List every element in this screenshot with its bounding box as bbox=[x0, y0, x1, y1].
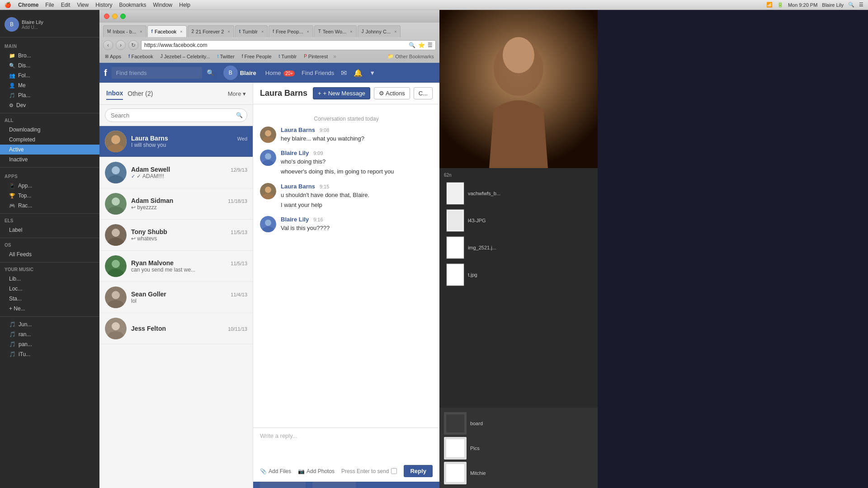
bubble-name-laura[interactable]: Laura Barns bbox=[281, 127, 315, 133]
inbox-tab[interactable]: Inbox bbox=[106, 87, 123, 100]
sidebar-browse[interactable]: 📁Bro... bbox=[0, 51, 99, 61]
window-minimize[interactable] bbox=[112, 14, 118, 19]
menu-window[interactable]: Window bbox=[153, 2, 173, 8]
tab-teenwolf[interactable]: T Teen Wo... × bbox=[314, 25, 357, 37]
tab-gmail[interactable]: M Inbox - b... × bbox=[103, 25, 146, 37]
tab-facebook[interactable]: f Facebook × bbox=[147, 25, 187, 37]
forward-button[interactable]: › bbox=[116, 40, 126, 50]
bookmark-freepeople[interactable]: f Free People bbox=[240, 53, 274, 60]
menu-icon[interactable]: ☰ bbox=[428, 42, 433, 48]
sidebar-playlists[interactable]: 🎵Pla... bbox=[0, 90, 99, 100]
bookmark-twitter[interactable]: t Twitter bbox=[216, 53, 236, 60]
other-bookmarks[interactable]: 📁 Other Bookmarks bbox=[386, 53, 436, 60]
file-item-4[interactable]: t.jpg bbox=[444, 261, 593, 288]
sidebar-completed[interactable]: Completed bbox=[0, 135, 99, 145]
menu-file[interactable]: File bbox=[45, 2, 54, 8]
sidebar-all-feeds[interactable]: All Feeds bbox=[0, 249, 99, 259]
msg-item-tony[interactable]: Tony Shubb 11/5/13 ↩ whatevs bbox=[99, 220, 253, 251]
file-item-3[interactable]: img_2521.j... bbox=[444, 234, 593, 261]
apple-menu[interactable]: 🍎 bbox=[5, 2, 11, 8]
tab-forever21[interactable]: 2 21 Forever 2 × bbox=[188, 25, 234, 37]
sidebar-app1[interactable]: 📱App... bbox=[0, 181, 99, 191]
add-account-label[interactable]: Add U... bbox=[22, 25, 43, 30]
msg-item-adam-sewell[interactable]: Adam Sewell 12/9/13 ✓ ✓ ADAM!!!! bbox=[99, 157, 253, 188]
add-files-button[interactable]: 📎 Add Files bbox=[260, 468, 291, 474]
new-message-button[interactable]: + + New Message bbox=[313, 87, 370, 99]
sidebar-dev[interactable]: ⚙Dev bbox=[0, 100, 99, 110]
sidebar-following[interactable]: 👥Fol... bbox=[0, 70, 99, 80]
reply-button[interactable]: Reply bbox=[404, 465, 432, 477]
search-icon[interactable]: 🔍 bbox=[409, 42, 415, 48]
sidebar-active[interactable]: Active bbox=[0, 145, 99, 155]
bookmark-jezebel[interactable]: J Jezebel – Celebrity... bbox=[159, 53, 212, 60]
tab-tumblr[interactable]: t Tumblr × bbox=[235, 25, 268, 37]
bookmark-apps[interactable]: ⊞ Apps bbox=[103, 53, 123, 60]
menu-edit[interactable]: Edit bbox=[61, 2, 71, 8]
sidebar-new-playlist[interactable]: + Ne... bbox=[0, 304, 99, 314]
add-photos-button[interactable]: 📷 Add Photos bbox=[298, 468, 335, 474]
sidebar-me[interactable]: 👤Me bbox=[0, 80, 99, 90]
sidebar-discover[interactable]: 🔍Dis... bbox=[0, 61, 99, 70]
msg-item-ryan[interactable]: Ryan Malvone 11/5/13 can you send me las… bbox=[99, 251, 253, 282]
sidebar-music3[interactable]: 🎵pan... bbox=[0, 339, 99, 349]
tab-johnnyc[interactable]: J Johnny C... × bbox=[358, 25, 401, 37]
sidebar-music4[interactable]: 🎵iTu... bbox=[0, 349, 99, 359]
bookmark-facebook[interactable]: f Facebook bbox=[127, 53, 155, 60]
rs-item-board[interactable]: board bbox=[444, 412, 593, 435]
menu-view[interactable]: View bbox=[77, 2, 89, 8]
refresh-button[interactable]: ↻ bbox=[128, 40, 138, 50]
fb-user-avatar[interactable]: B bbox=[223, 66, 238, 80]
window-close[interactable] bbox=[104, 14, 109, 19]
more-dropdown[interactable]: More ▾ bbox=[228, 90, 246, 97]
menu-search-icon[interactable]: 🔍 bbox=[848, 2, 854, 8]
file-item-2[interactable]: l43-JPG bbox=[444, 207, 593, 234]
back-button[interactable]: ‹ bbox=[103, 40, 113, 50]
msg-item-laura[interactable]: Laura Barns Wed I will show you bbox=[99, 126, 253, 157]
file-item-1[interactable]: vachwfwfs_b... bbox=[444, 180, 593, 207]
enter-checkbox[interactable] bbox=[391, 468, 397, 474]
fb-home-link[interactable]: Home 20+ bbox=[265, 70, 295, 76]
msg-item-sean[interactable]: Sean Goller 11/4/13 lol bbox=[99, 282, 253, 313]
actions-button[interactable]: ⚙ Actions bbox=[374, 87, 410, 99]
sidebar-inactive[interactable]: Inactive bbox=[0, 155, 99, 164]
sidebar-library[interactable]: Lib... bbox=[0, 274, 99, 284]
other-tab[interactable]: Other (2) bbox=[127, 88, 153, 99]
rs-item-pics[interactable]: Pics bbox=[444, 437, 593, 460]
menu-chrome[interactable]: Chrome bbox=[18, 2, 38, 8]
bookmark-star-icon[interactable]: ⭐ bbox=[418, 42, 425, 48]
reply-textarea[interactable] bbox=[260, 432, 433, 460]
fb-account-menu[interactable]: ▼ bbox=[369, 70, 375, 76]
bubble-name-laura-2[interactable]: Laura Barns bbox=[281, 183, 315, 190]
bubble-name-blaire-2[interactable]: Blaire Lily bbox=[281, 216, 309, 223]
fb-username[interactable]: Blaire bbox=[240, 70, 256, 76]
more-conv-button[interactable]: C... bbox=[414, 87, 433, 99]
bookmark-tumblr[interactable]: t Tumblr bbox=[277, 53, 299, 60]
menu-help[interactable]: Help bbox=[179, 2, 190, 8]
sidebar-music1[interactable]: 🎵Jun... bbox=[0, 319, 99, 329]
rs-item-mitchie[interactable]: Mitchie bbox=[444, 462, 593, 484]
sidebar-starred[interactable]: Sta... bbox=[0, 294, 99, 304]
sidebar-app2[interactable]: 🏆Top... bbox=[0, 191, 99, 201]
sidebar-local[interactable]: Loc... bbox=[0, 284, 99, 294]
msg-search-input[interactable] bbox=[105, 108, 247, 122]
msg-item-adam-sidman[interactable]: Adam Sidman 11/18/13 ↩ byezzzz bbox=[99, 188, 253, 220]
bookmark-pinterest[interactable]: P Pinterest bbox=[302, 53, 330, 60]
fb-notifications-icon[interactable]: 🔔 bbox=[354, 69, 363, 77]
fb-messages-icon[interactable]: ✉ bbox=[341, 69, 347, 77]
sidebar-music2[interactable]: 🎵ran... bbox=[0, 329, 99, 339]
menu-bookmarks[interactable]: Bookmarks bbox=[119, 2, 146, 8]
fb-find-friends-link[interactable]: Find Friends bbox=[302, 70, 334, 76]
window-maximize[interactable] bbox=[120, 14, 126, 19]
fb-search-input[interactable] bbox=[112, 67, 202, 79]
address-bar[interactable]: https://www.facebook.com 🔍 ⭐ ☰ bbox=[141, 40, 436, 50]
sidebar-app3[interactable]: 🎮Rac... bbox=[0, 201, 99, 211]
tab-freepeople[interactable]: f Free Peop... × bbox=[269, 25, 313, 37]
chat-count-box[interactable]: 👥 Chat (3) bbox=[312, 482, 356, 488]
msg-item-jess[interactable]: Jess Felton 10/11/13 bbox=[99, 313, 253, 344]
sidebar-downloading[interactable]: Downloading bbox=[0, 125, 99, 135]
menu-history[interactable]: History bbox=[95, 2, 112, 8]
bubble-name-blaire[interactable]: Blaire Lily bbox=[281, 150, 309, 156]
menu-list-icon[interactable]: ☰ bbox=[859, 2, 863, 8]
chat-box-laura[interactable]: Laura Barns bbox=[260, 482, 306, 488]
sidebar-label[interactable]: Label bbox=[0, 225, 99, 235]
